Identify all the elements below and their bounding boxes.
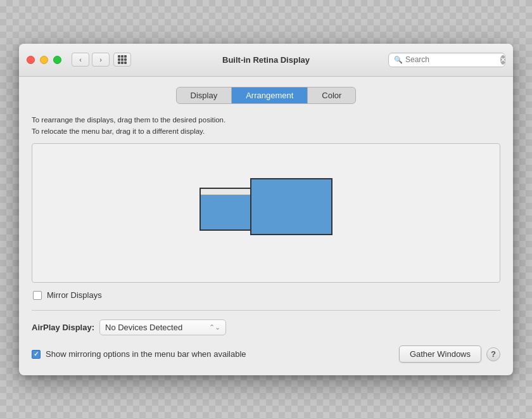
mirror-displays-checkbox[interactable] — [33, 291, 42, 300]
tab-bar: Display Arrangement Color — [32, 87, 500, 104]
display-arrangement-area[interactable] — [32, 143, 500, 283]
right-buttons: Gather Windows ? — [399, 345, 500, 363]
tab-color[interactable]: Color — [308, 87, 355, 103]
airplay-dropdown[interactable]: No Devices Detected ⌃⌄ — [99, 319, 226, 335]
titlebar: ‹ › Built-in Retina Display 🔍 ✕ — [19, 44, 513, 77]
search-box[interactable]: 🔍 ✕ — [388, 53, 505, 67]
window: ‹ › Built-in Retina Display 🔍 ✕ Display … — [19, 44, 513, 376]
search-input[interactable] — [405, 55, 500, 64]
instruction-line1: To rearrange the displays, drag them to … — [32, 114, 500, 126]
help-button[interactable]: ? — [486, 347, 500, 361]
show-mirroring-row: ✓ Show mirroring options in the menu bar… — [32, 349, 246, 359]
tab-arrangement[interactable]: Arrangement — [232, 87, 308, 103]
window-title: Built-in Retina Display — [222, 55, 310, 65]
minimize-button[interactable] — [40, 56, 48, 64]
forward-button[interactable]: › — [92, 53, 110, 67]
close-button[interactable] — [27, 56, 35, 64]
airplay-dropdown-value: No Devices Detected — [105, 323, 182, 332]
instructions: To rearrange the displays, drag them to … — [32, 114, 500, 138]
tab-display[interactable]: Display — [177, 87, 232, 103]
content-area: Display Arrangement Color To rearrange t… — [19, 77, 513, 376]
grid-button[interactable] — [113, 53, 131, 67]
show-mirroring-checkbox[interactable]: ✓ — [32, 350, 41, 359]
tab-group: Display Arrangement Color — [176, 87, 357, 104]
grid-icon — [118, 55, 127, 64]
mirror-displays-row: Mirror Displays — [32, 290, 500, 300]
bottom-row: ✓ Show mirroring options in the menu bar… — [32, 345, 500, 363]
airplay-row: AirPlay Display: No Devices Detected ⌃⌄ — [32, 319, 500, 335]
instruction-line2: To relocate the menu bar, drag it to a d… — [32, 126, 500, 137]
gather-windows-button[interactable]: Gather Windows — [399, 345, 481, 363]
search-clear-button[interactable]: ✕ — [500, 55, 505, 65]
maximize-button[interactable] — [53, 56, 61, 64]
mirror-displays-label: Mirror Displays — [47, 290, 102, 300]
show-mirroring-label: Show mirroring options in the menu bar w… — [46, 349, 246, 359]
traffic-lights — [27, 56, 61, 64]
back-button[interactable]: ‹ — [72, 53, 89, 67]
airplay-label: AirPlay Display: — [32, 323, 94, 332]
monitor-primary[interactable] — [250, 178, 332, 235]
monitors-container — [200, 178, 332, 248]
checkmark-icon: ✓ — [34, 351, 39, 358]
dropdown-arrows-icon: ⌃⌄ — [209, 323, 220, 332]
search-icon: 🔍 — [394, 56, 403, 64]
divider — [32, 310, 500, 311]
nav-buttons: ‹ › — [72, 53, 110, 67]
